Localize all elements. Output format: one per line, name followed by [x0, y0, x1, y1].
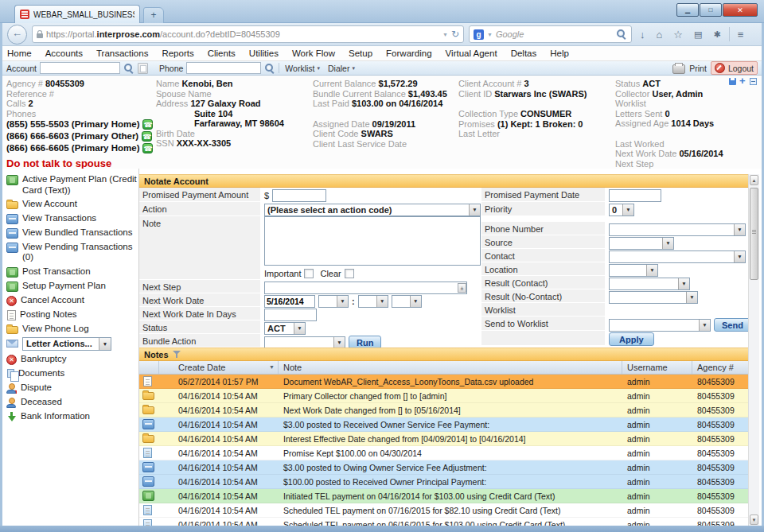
hour-select[interactable]: [318, 295, 349, 308]
dial-phone-icon[interactable]: [142, 143, 153, 153]
next-work-date-in-days-input[interactable]: [264, 309, 317, 321]
priority-select[interactable]: 0: [609, 204, 634, 216]
add-icon[interactable]: [739, 78, 746, 85]
table-row[interactable]: 04/16/2014 10:54 AM$3.00 posted to Recei…: [139, 417, 748, 432]
search-bar[interactable]: g ▼ Google: [469, 25, 632, 43]
close-button[interactable]: ✕: [723, 3, 758, 17]
table-row[interactable]: 04/16/2014 10:54 AMPrimary Collector cha…: [139, 389, 748, 403]
note-textarea[interactable]: [264, 216, 481, 266]
scroll-up-icon[interactable]: ▲: [750, 175, 758, 185]
sidebar-item-setup-payment-plan[interactable]: Setup Payment Plan: [2, 279, 138, 293]
dial-phone-icon[interactable]: [142, 119, 153, 130]
expand-icon[interactable]: ±: [458, 283, 466, 293]
sidebar-item-cancel-account[interactable]: Cancel Account: [2, 293, 138, 308]
menu-icon[interactable]: ≡: [735, 29, 747, 41]
worklist-dropdown[interactable]: Worklist: [283, 64, 322, 73]
send-to-worklist-select[interactable]: [609, 319, 711, 332]
scroll-down-icon[interactable]: ▼: [750, 515, 758, 525]
location-select[interactable]: [609, 264, 658, 277]
search-icon[interactable]: [616, 29, 627, 40]
important-checkbox[interactable]: [304, 269, 314, 278]
maximize-button[interactable]: □: [700, 3, 722, 17]
sidebar-item-post-transaction[interactable]: Post Transaction: [2, 265, 138, 279]
bookmark-star-icon[interactable]: ☆: [670, 29, 686, 41]
url-bar[interactable]: https://portal.interprose.com/account.do…: [32, 25, 464, 43]
table-row[interactable]: 04/16/2014 10:54 AMInitiated TEL payment…: [139, 489, 748, 503]
url-dropdown-icon[interactable]: ▼: [442, 32, 448, 37]
sidebar-item-documents[interactable]: Documents: [2, 367, 138, 381]
send-button[interactable]: Send: [714, 318, 748, 332]
scrollbar[interactable]: ▲ ▼: [748, 174, 759, 526]
minute-select[interactable]: [358, 295, 388, 308]
table-row[interactable]: 04/16/2014 10:54 AMInterest Effective Da…: [139, 432, 748, 446]
ampm-select[interactable]: [392, 295, 422, 308]
menu-clients[interactable]: Clients: [208, 49, 236, 58]
minimize-button[interactable]: ▁: [676, 3, 699, 17]
table-row[interactable]: 04/16/2014 10:54 AMPromise Kept $100.00 …: [139, 446, 748, 460]
home-icon[interactable]: ⌂: [653, 29, 666, 41]
dialer-dropdown[interactable]: Dialer: [325, 64, 357, 73]
logout-button[interactable]: Logout: [711, 61, 758, 75]
print-button[interactable]: Print: [689, 64, 707, 73]
phone-search-icon[interactable]: [264, 63, 275, 74]
phone-number-select[interactable]: [609, 223, 746, 236]
search-engine-dropdown-icon[interactable]: ▼: [487, 32, 493, 37]
addons-icon[interactable]: ✱: [710, 29, 723, 40]
filter-icon[interactable]: [173, 350, 181, 359]
result-contact-select[interactable]: [609, 278, 690, 290]
sidebar-item-letter-actions[interactable]: Letter Actions...▼: [2, 336, 138, 352]
agency-column-header[interactable]: Agency #: [692, 361, 748, 374]
letter-actions-dropdown[interactable]: Letter Actions...▼: [22, 337, 111, 351]
sidebar-item-dispute[interactable]: Dispute: [2, 381, 138, 395]
bookmarks-panel-icon[interactable]: ▤: [691, 29, 705, 40]
search-engine-icon[interactable]: g: [474, 29, 484, 40]
menu-accounts[interactable]: Accounts: [45, 49, 83, 58]
status-select[interactable]: ACT: [264, 322, 306, 335]
save-icon[interactable]: [729, 78, 736, 85]
promised-payment-amount-input[interactable]: [272, 189, 326, 202]
menu-reports[interactable]: Reports: [162, 49, 193, 58]
sidebar-item-bankruptcy[interactable]: Bankruptcy: [2, 352, 138, 367]
table-row[interactable]: 04/16/2014 10:54 AMScheduled TEL payment…: [139, 503, 748, 518]
scrollbar-thumb[interactable]: [750, 188, 758, 280]
menu-setup[interactable]: Setup: [349, 49, 372, 58]
username-column-header[interactable]: Username: [622, 361, 692, 374]
sidebar-item-bank-information[interactable]: Bank Information: [2, 410, 138, 424]
next-work-date-input[interactable]: [264, 295, 315, 308]
reload-icon[interactable]: ↻: [451, 29, 459, 40]
table-row[interactable]: 04/16/2014 10:54 AM$3.00 posted to Owing…: [139, 460, 748, 475]
source-select[interactable]: [609, 237, 674, 250]
browser-tab[interactable]: WEBAR_SMALL_BUSINESS_DE...: [14, 5, 140, 23]
collapse-icon[interactable]: [750, 78, 757, 85]
sidebar-item-view-bundled-transactions[interactable]: View Bundled Transactions: [2, 226, 138, 240]
menu-transactions[interactable]: Transactions: [96, 49, 148, 58]
account-search-icon[interactable]: [123, 63, 134, 74]
table-row[interactable]: 04/16/2014 10:54 AM$100.00 posted to Rec…: [139, 475, 748, 489]
menu-forwarding[interactable]: Forwarding: [386, 49, 432, 58]
note-column-header[interactable]: Note: [279, 361, 622, 374]
menu-virtual-agent[interactable]: Virtual Agent: [446, 49, 497, 58]
apply-button[interactable]: Apply: [609, 332, 654, 346]
menu-utilities[interactable]: Utilities: [249, 49, 279, 58]
sidebar-item-view-transactions[interactable]: View Transactions: [2, 212, 138, 226]
sidebar-item-view-pending-transactions[interactable]: View Pending Transactions (0): [2, 240, 138, 265]
menu-deltas[interactable]: Deltas: [511, 49, 537, 58]
action-select[interactable]: (Please select an action code): [264, 204, 481, 216]
sidebar-item-deceased[interactable]: Deceased: [2, 395, 138, 410]
sidebar-item-active-payment-plan[interactable]: Active Payment Plan (Credit Card (Text)): [2, 173, 138, 197]
account-search-input[interactable]: [40, 62, 120, 74]
back-button[interactable]: [7, 25, 27, 45]
phone-search-input[interactable]: [186, 62, 261, 74]
account-copy-icon[interactable]: [138, 63, 148, 74]
menu-workflow[interactable]: Work Flow: [292, 49, 335, 58]
table-row[interactable]: 04/16/2014 10:54 AMScheduled TEL payment…: [139, 518, 748, 526]
sidebar-item-posting-notes[interactable]: Posting Notes: [2, 308, 138, 322]
downloads-icon[interactable]: ↓: [637, 29, 649, 41]
sidebar-item-view-phone-log[interactable]: View Phone Log: [2, 322, 138, 336]
result-no-contact-select[interactable]: [609, 291, 698, 304]
menu-help[interactable]: Help: [550, 49, 569, 58]
dial-phone-icon[interactable]: [142, 131, 152, 142]
create-date-column-header[interactable]: Create Date▼: [159, 361, 279, 374]
sidebar-item-view-account[interactable]: View Account: [2, 197, 138, 212]
next-step-input[interactable]: [264, 282, 467, 294]
